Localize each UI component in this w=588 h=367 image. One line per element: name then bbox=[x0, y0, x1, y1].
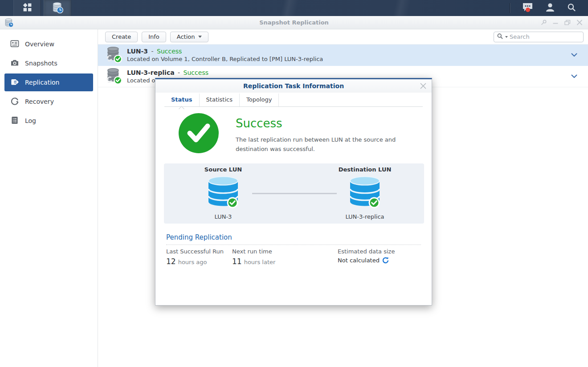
sidebar-item-label: Log bbox=[25, 117, 36, 124]
user-icon bbox=[545, 2, 555, 14]
stat-label: Last Successful Run bbox=[166, 248, 224, 255]
pin-button[interactable] bbox=[540, 19, 547, 26]
stat-label: Next run time bbox=[232, 248, 275, 255]
notification-badge bbox=[526, 8, 530, 12]
task-separator: - bbox=[178, 69, 180, 76]
task-row-lun-3[interactable]: LUN-3 - Success Located on Volume 1, Con… bbox=[98, 45, 588, 66]
task-separator: - bbox=[151, 48, 154, 55]
database-clock-icon bbox=[51, 1, 64, 16]
window-titlebar: Snapshot Replication bbox=[0, 16, 588, 29]
camera-icon bbox=[10, 58, 19, 69]
refresh-icon[interactable] bbox=[382, 257, 389, 264]
replication-task-information-dialog: Replication Task Information Status Stat… bbox=[155, 78, 432, 306]
stat-unit: hours later bbox=[244, 259, 276, 265]
search-icon bbox=[567, 3, 576, 14]
desktop-search-button[interactable] bbox=[567, 3, 576, 14]
success-check-icon bbox=[179, 113, 219, 153]
expand-chevron-icon[interactable] bbox=[571, 74, 581, 78]
replication-link-line bbox=[252, 193, 337, 194]
snapshot-replication-app-button[interactable] bbox=[44, 0, 71, 16]
source-lun-name: LUN-3 bbox=[185, 213, 261, 220]
dotted-divider bbox=[166, 245, 421, 245]
pending-replication-heading: Pending Replication bbox=[166, 233, 232, 241]
task-name: LUN-3 bbox=[127, 48, 148, 55]
sidebar-item-snapshots[interactable]: Snapshots bbox=[4, 54, 93, 72]
destination-lun-label: Destination LUN bbox=[327, 166, 403, 173]
tab-topology[interactable]: Topology bbox=[240, 94, 279, 106]
sidebar-item-overview[interactable]: Overview bbox=[4, 35, 93, 53]
sidebar-item-replication[interactable]: Replication bbox=[4, 73, 93, 91]
dialog-close-button[interactable] bbox=[420, 83, 426, 89]
dialog-tabs: Status Statistics Topology bbox=[164, 94, 423, 107]
task-status: Success bbox=[184, 69, 208, 76]
window-title: Snapshot Replication bbox=[0, 19, 588, 26]
stat-value: Not calculated bbox=[338, 257, 380, 264]
info-button[interactable]: Info bbox=[142, 32, 166, 42]
task-status: Success bbox=[157, 48, 182, 55]
main-menu-button[interactable] bbox=[13, 0, 41, 16]
log-document-icon bbox=[10, 116, 19, 126]
search-filter-caret-icon[interactable] bbox=[505, 36, 508, 38]
task-description: Located on Volume 1, Controller B, Repli… bbox=[127, 56, 323, 62]
status-result-heading: Success bbox=[236, 117, 423, 130]
dialog-header: Replication Task Information bbox=[155, 79, 432, 93]
task-name: LUN-3-replica bbox=[127, 69, 175, 76]
source-lun-icon bbox=[185, 175, 261, 213]
info-button-label: Info bbox=[148, 33, 159, 40]
sidebar-item-log[interactable]: Log bbox=[4, 112, 93, 130]
dialog-title: Replication Task Information bbox=[155, 79, 432, 93]
create-button-label: Create bbox=[112, 33, 131, 40]
destination-lun-icon bbox=[327, 175, 403, 213]
stat-value: 11 bbox=[232, 257, 242, 266]
sidebar-item-label: Recovery bbox=[25, 98, 54, 105]
action-dropdown-button[interactable]: Action bbox=[170, 32, 208, 42]
stat-estimated-data-size: Estimated data size Not calculated bbox=[338, 248, 395, 264]
stat-value: 12 bbox=[166, 257, 176, 266]
stat-next-run-time: Next run time 11 hours later bbox=[232, 248, 275, 266]
toolbar: Create Info Action bbox=[98, 29, 588, 45]
stat-unit: hours ago bbox=[178, 259, 207, 265]
stat-last-successful-run: Last Successful Run 12 hours ago bbox=[166, 248, 224, 266]
notifications-button[interactable] bbox=[522, 2, 534, 14]
tab-label: Status bbox=[171, 96, 192, 103]
expand-chevron-icon[interactable] bbox=[571, 53, 581, 57]
recovery-arrow-icon bbox=[10, 97, 19, 107]
tab-statistics[interactable]: Statistics bbox=[200, 94, 240, 106]
topbar-divider bbox=[510, 3, 510, 13]
sidebar-item-label: Snapshots bbox=[25, 60, 57, 67]
replication-database-icon bbox=[105, 67, 122, 86]
create-button[interactable]: Create bbox=[105, 32, 138, 42]
restore-button[interactable] bbox=[564, 19, 571, 26]
overview-card-icon bbox=[10, 39, 19, 49]
sidebar-item-label: Replication bbox=[25, 79, 59, 86]
user-menu-button[interactable] bbox=[545, 2, 555, 14]
replication-database-icon bbox=[105, 45, 122, 65]
sidebar-item-recovery[interactable]: Recovery bbox=[4, 93, 93, 110]
topology-panel: Source LUN LUN-3 Destination LUN bbox=[164, 163, 424, 224]
minimize-button[interactable] bbox=[552, 19, 559, 26]
desktop-top-bar bbox=[0, 0, 588, 16]
search-box[interactable] bbox=[494, 32, 584, 42]
stat-label: Estimated data size bbox=[338, 248, 395, 255]
sidebar: Overview Snapshots Replication bbox=[0, 29, 98, 367]
tab-status[interactable]: Status bbox=[164, 94, 200, 106]
close-button[interactable] bbox=[576, 19, 583, 26]
destination-lun-name: LUN-3-replica bbox=[327, 213, 403, 220]
action-button-label: Action bbox=[177, 33, 195, 40]
source-lun-label: Source LUN bbox=[185, 166, 261, 173]
chevron-down-icon bbox=[198, 36, 202, 38]
tab-label: Topology bbox=[246, 96, 272, 103]
active-tab-notch bbox=[179, 106, 184, 112]
apps-grid-icon bbox=[22, 2, 33, 14]
search-input[interactable] bbox=[510, 33, 585, 40]
sidebar-item-label: Overview bbox=[25, 41, 54, 48]
search-icon bbox=[497, 33, 503, 41]
tab-label: Statistics bbox=[206, 96, 233, 103]
replicate-arrow-icon bbox=[10, 77, 19, 88]
status-result-description: The last replication run between LUN at … bbox=[236, 135, 418, 154]
